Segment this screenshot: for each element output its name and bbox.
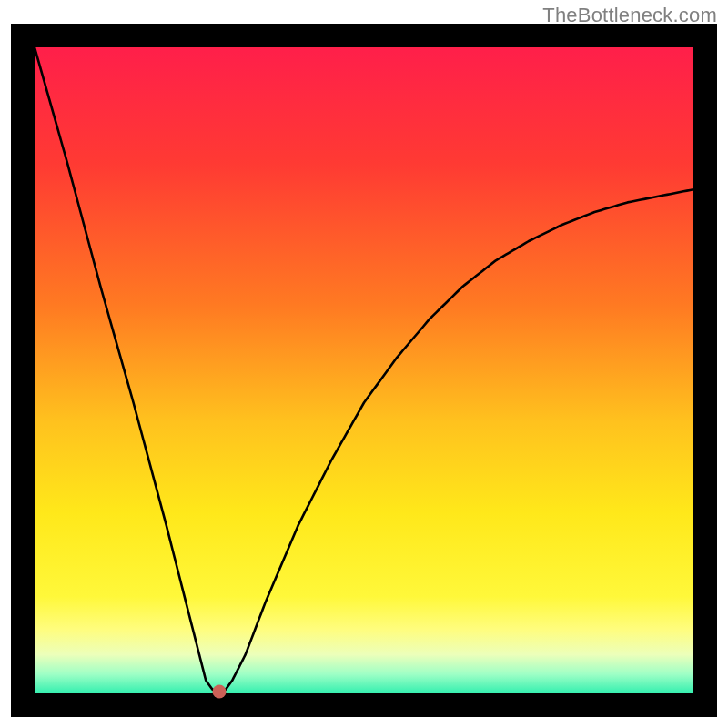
curve-path [35, 47, 693, 691]
bottleneck-curve [35, 47, 693, 693]
chart-stage: TheBottleneck.com [0, 0, 728, 728]
watermark-text: TheBottleneck.com [542, 4, 717, 27]
optimal-point-marker [212, 684, 226, 698]
